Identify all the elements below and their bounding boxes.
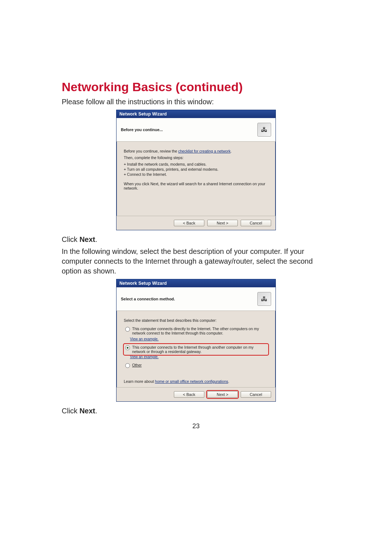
wizard-button-row: < Back Next > Cancel bbox=[117, 216, 275, 230]
network-wizard-icon: 🖧 bbox=[257, 292, 271, 306]
click-next-bold: Next bbox=[79, 407, 95, 415]
wizard-header: Before you continue... 🖧 bbox=[117, 118, 275, 142]
bullet-turnon: + Turn on all computers, printers, and e… bbox=[124, 167, 268, 171]
wizard-subtitle: Before you continue... bbox=[121, 127, 163, 132]
back-button[interactable]: < Back bbox=[174, 220, 204, 226]
click-next-2: Click Next. bbox=[62, 407, 330, 415]
click-next-1: Click Next. bbox=[62, 235, 330, 244]
wizard-header: Select a connection method. 🖧 bbox=[117, 287, 275, 311]
review-text-pre: Before you continue, review the bbox=[124, 149, 178, 153]
learn-more-post: . bbox=[228, 379, 229, 384]
prompt-text: Select the statement that best describes… bbox=[124, 318, 268, 323]
review-text-post: . bbox=[230, 149, 232, 153]
option-gateway[interactable]: This computer connects to the Internet t… bbox=[124, 344, 268, 355]
click-next-period: . bbox=[95, 407, 97, 415]
option-direct[interactable]: This computer connects directly to the I… bbox=[124, 325, 268, 336]
page-number: 23 bbox=[62, 422, 330, 430]
wizard-before-you-continue: Network Setup Wizard Before you continue… bbox=[116, 110, 276, 230]
radio-icon bbox=[125, 345, 130, 350]
click-next-bold: Next bbox=[79, 235, 95, 243]
mid-paragraph: In the following window, select the best… bbox=[62, 247, 330, 276]
view-example-link-1[interactable]: View an example. bbox=[130, 337, 268, 341]
learn-more-pre: Learn more about bbox=[124, 379, 155, 384]
radio-icon bbox=[125, 363, 130, 368]
click-next-period: . bbox=[95, 235, 97, 243]
learn-more-link[interactable]: home or small office network configurati… bbox=[155, 379, 228, 384]
view-example-link-2[interactable]: View an example. bbox=[130, 355, 268, 359]
next-button[interactable]: Next > bbox=[207, 220, 238, 226]
back-button[interactable]: < Back bbox=[174, 391, 204, 398]
wizard-button-row: < Back Next > Cancel bbox=[117, 387, 275, 401]
radio-icon bbox=[125, 327, 130, 332]
checklist-link[interactable]: checklist for creating a network bbox=[178, 149, 230, 153]
cancel-button[interactable]: Cancel bbox=[241, 220, 271, 226]
bullet-connect: + Connect to the Internet. bbox=[124, 172, 268, 177]
network-wizard-icon: 🖧 bbox=[257, 123, 271, 137]
wizard-content: Select the statement that best describes… bbox=[117, 311, 275, 387]
wizard-titlebar: Network Setup Wizard bbox=[117, 279, 275, 287]
option-gateway-label: This computer connects to the Internet t… bbox=[132, 345, 267, 354]
wizard-select-connection: Network Setup Wizard Select a connection… bbox=[116, 279, 276, 402]
option-other-label: Other bbox=[132, 363, 142, 367]
option-other[interactable]: Other bbox=[124, 362, 268, 369]
wizard-subtitle: Select a connection method. bbox=[121, 297, 175, 301]
click-next-pre: Click bbox=[62, 407, 79, 415]
cancel-button[interactable]: Cancel bbox=[241, 391, 271, 398]
wizard-titlebar: Network Setup Wizard bbox=[117, 110, 275, 118]
next-button[interactable]: Next > bbox=[207, 391, 238, 398]
wizard-content: Before you continue, review the checklis… bbox=[117, 142, 275, 216]
page-title: Networking Basics (continued) bbox=[62, 80, 330, 94]
search-text: When you click Next, the wizard will sea… bbox=[124, 182, 268, 190]
click-next-pre: Click bbox=[62, 235, 79, 243]
then-text: Then, complete the following steps: bbox=[124, 155, 268, 160]
option-direct-label: This computer connects directly to the I… bbox=[132, 327, 267, 335]
bullet-install: + Install the network cards, modems, and… bbox=[124, 162, 268, 166]
intro-text: Please follow all the instructions in th… bbox=[62, 98, 330, 106]
